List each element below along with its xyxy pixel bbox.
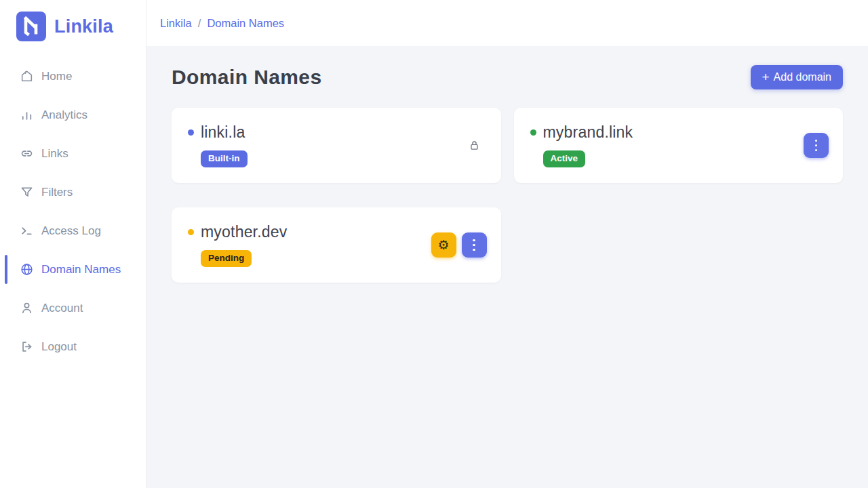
filter-icon [20, 185, 34, 199]
topbar: Linkila / Domain Names [146, 0, 868, 46]
domain-card: mybrand.link Active [514, 108, 844, 183]
sidebar-item-label: Access Log [41, 224, 101, 238]
domain-card: myother.dev Pending ⚙ [172, 207, 501, 283]
card-actions [804, 133, 829, 158]
status-dot [530, 129, 536, 136]
terminal-icon [20, 224, 34, 238]
status-dot [188, 229, 194, 235]
domain-menu-button[interactable] [462, 232, 487, 258]
brand-name: Linkila [54, 16, 113, 37]
breadcrumb-separator: / [198, 17, 201, 30]
card-actions [468, 139, 487, 152]
sidebar-item-filters[interactable]: Filters [0, 173, 146, 211]
content: Domain Names + Add domain linki.la Built… [146, 46, 868, 283]
sidebar-item-label: Filters [41, 186, 73, 199]
brand-logo-icon [16, 12, 46, 41]
sidebar-item-label: Logout [41, 340, 77, 354]
sidebar-item-analytics[interactable]: Analytics [0, 96, 146, 134]
plus-icon: + [762, 70, 770, 83]
sidebar: Linkila Home Analytics Links Filters Acc… [0, 0, 146, 488]
domain-cards-grid: linki.la Built-in mybrand.link Active my… [172, 108, 843, 283]
sidebar-item-label: Domain Names [41, 263, 121, 277]
kebab-icon [815, 140, 818, 152]
sidebar-item-domain-names[interactable]: Domain Names [0, 250, 146, 289]
logout-icon [20, 340, 34, 354]
breadcrumb: Linkila / Domain Names [160, 17, 284, 30]
add-domain-label: Add domain [774, 71, 831, 83]
status-badge: Pending [201, 250, 252, 267]
sidebar-item-label: Analytics [41, 108, 87, 122]
sidebar-item-label: Links [41, 147, 68, 161]
brand-logo[interactable]: Linkila [0, 0, 146, 57]
status-dot [188, 129, 194, 136]
globe-icon [20, 262, 34, 277]
status-badge: Active [543, 150, 586, 167]
sidebar-item-logout[interactable]: Logout [0, 327, 146, 366]
card-actions: ⚙ [431, 232, 487, 258]
sidebar-item-access-log[interactable]: Access Log [0, 211, 146, 250]
main-area: Linkila / Domain Names Domain Names + Ad… [146, 0, 868, 488]
breadcrumb-home-link[interactable]: Linkila [160, 17, 192, 30]
page-title: Domain Names [172, 66, 322, 89]
add-domain-button[interactable]: + Add domain [751, 65, 844, 89]
breadcrumb-current-link[interactable]: Domain Names [207, 17, 284, 30]
lock-icon [468, 139, 481, 152]
home-icon [20, 69, 34, 83]
domain-name: linki.la [201, 123, 245, 142]
sidebar-nav: Home Analytics Links Filters Access Log … [0, 57, 146, 366]
domain-name: mybrand.link [543, 123, 633, 142]
status-badge: Built-in [201, 150, 248, 167]
sidebar-item-links[interactable]: Links [0, 134, 146, 173]
sidebar-item-home[interactable]: Home [0, 57, 146, 96]
page-header: Domain Names + Add domain [172, 65, 843, 89]
gear-icon: ⚙ [437, 239, 449, 251]
kebab-icon [473, 239, 475, 251]
sidebar-item-account[interactable]: Account [0, 289, 146, 327]
user-icon [20, 301, 34, 315]
domain-card: linki.la Built-in [172, 108, 501, 183]
domain-name: myother.dev [201, 223, 288, 241]
domain-menu-button[interactable] [804, 133, 829, 158]
sidebar-item-label: Home [41, 70, 72, 83]
sidebar-item-label: Account [41, 302, 83, 315]
analytics-icon [20, 108, 34, 122]
domain-settings-button[interactable]: ⚙ [431, 232, 456, 258]
links-icon [20, 146, 34, 161]
